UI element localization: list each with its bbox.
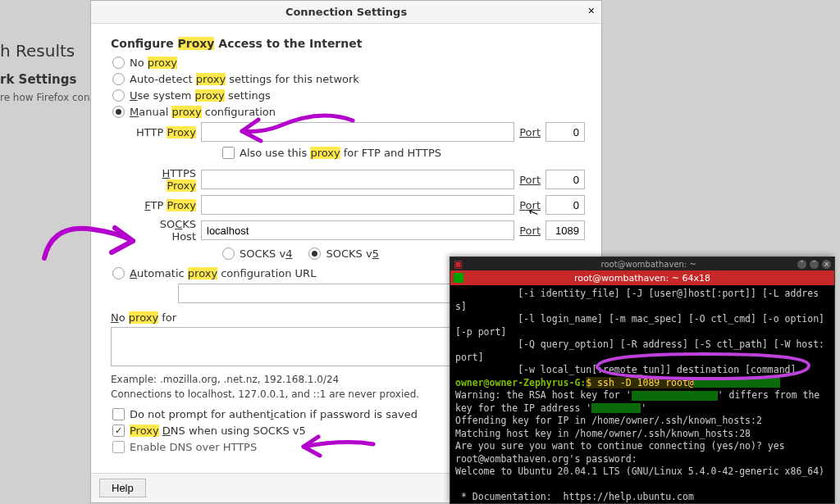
radio-auto-detect[interactable]: Auto-detect proxy settings for this netw… [112,73,585,85]
checkbox-icon [112,408,125,420]
checkbox-icon [222,147,235,159]
section-heading: Configure Proxy Access to the Internet [111,37,585,50]
backdrop-settings-sub: re how Firefox conne [0,92,103,103]
port-label: Port [519,126,541,138]
radio-use-system[interactable]: Use system proxy settings [112,89,585,102]
radio-icon [112,106,125,118]
censored-host [694,378,780,388]
https-proxy-label: HTTPS Proxy [132,167,196,192]
dialog-titlebar: Connection Settings × [91,1,601,24]
censored-ip [591,403,641,413]
radio-icon [112,267,125,279]
ftp-proxy-input[interactable] [201,195,514,215]
window-manager-titlebar: ▣ root@wombathaven: ~ ˅ ˄ × [450,257,834,270]
radio-socks-v4[interactable] [222,247,235,260]
terminal-content[interactable]: [-i identity_file] [-J [user@]host[:port… [450,285,834,503]
dialog-title: Connection Settings [285,6,407,18]
socks-port-input[interactable] [546,220,585,240]
close-icon[interactable]: × [822,260,831,269]
backdrop-settings-heading: rk Settings [0,72,76,87]
also-use-checkbox-row[interactable]: Also use this proxy for FTP and HTTPS [222,145,585,164]
help-button[interactable]: Help [99,479,146,497]
https-proxy-input[interactable] [201,170,514,189]
port-label: Port [519,174,541,186]
radio-icon [112,89,125,102]
http-port-input[interactable] [546,122,585,142]
terminal-tab-icon [454,273,463,283]
close-button[interactable]: × [588,5,595,16]
checkbox-icon [112,441,125,453]
terminal-window[interactable]: ▣ root@wombathaven: ~ ˅ ˄ × root@wombath… [450,257,835,504]
https-port-input[interactable] [546,170,585,189]
ftp-proxy-label: FTP Proxy [132,199,196,211]
terminal-prompt: owner@owner-Zephyrus-G: [455,377,586,388]
radio-socks-v5[interactable] [308,247,321,260]
http-proxy-input[interactable] [201,122,514,142]
wm-title: root@wombathaven: ~ [466,260,831,269]
http-proxy-label: HTTP Proxy [132,126,196,138]
radio-icon [112,73,125,85]
port-label: Port [519,225,541,237]
ftp-port-input[interactable] [546,195,585,215]
socks-host-input[interactable] [201,220,514,240]
backdrop-results-heading: h Results [0,41,75,61]
radio-manual[interactable]: Manual proxy configuration [112,106,585,118]
terminal-app-icon: ▣ [454,258,463,270]
minimize-icon[interactable]: ˅ [797,260,806,269]
proxy-grid: HTTP Proxy Port Also use this proxy for … [132,122,585,263]
censored-host [632,391,718,401]
checkbox-icon [112,425,125,437]
radio-no-proxy[interactable]: No proxy [112,57,585,69]
socks-host-label: SOCKS Host [132,218,196,243]
maximize-icon[interactable]: ˄ [810,260,819,269]
terminal-titlebar-text: root@wombathaven: ~ 64x18 [574,273,710,284]
terminal-inner-titlebar: root@wombathaven: ~ 64x18 [450,270,834,285]
radio-icon [112,57,125,69]
